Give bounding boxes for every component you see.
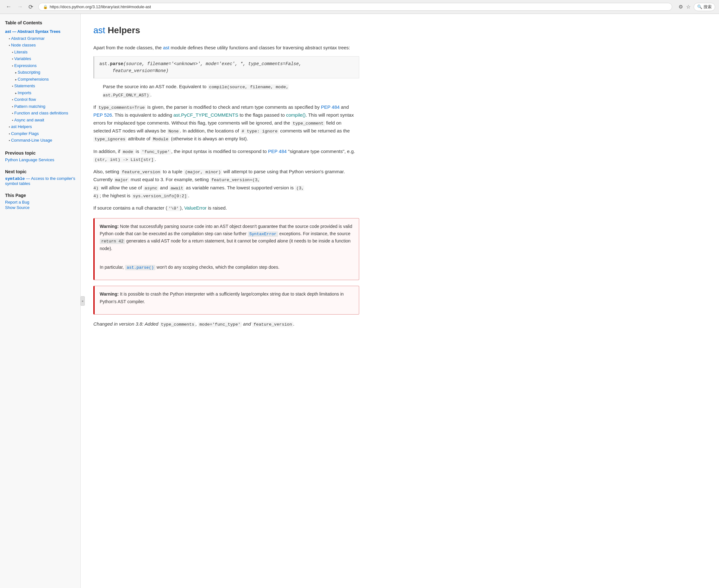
syntax-error-link[interactable]: SyntaxError bbox=[248, 231, 278, 236]
toc-item: Expressions bbox=[5, 63, 75, 69]
toc-list: ast — Abstract Syntax Trees Abstract Gra… bbox=[5, 28, 75, 144]
cn-type-comments: type_comments bbox=[160, 322, 196, 327]
type-ignore-code: # type: ignore bbox=[240, 129, 279, 134]
warning2-text: Warning: It is possible to crash the Pyt… bbox=[100, 291, 354, 305]
toc-item: Variables bbox=[5, 56, 75, 62]
toc-link-variables[interactable]: Variables bbox=[14, 56, 31, 61]
url-text: https://docs.python.org/3.12/library/ast… bbox=[50, 4, 151, 9]
toc-link-statements[interactable]: Statements bbox=[14, 83, 35, 88]
toc-link-literals[interactable]: Literals bbox=[14, 50, 27, 55]
tc-true-code: type_comments=True bbox=[98, 105, 146, 110]
title-ast: ast bbox=[93, 25, 105, 35]
prev-topic-section: Previous topic Python Language Services bbox=[5, 150, 75, 162]
compile-link[interactable]: compile() bbox=[286, 112, 306, 118]
page-container: Table of Contents ast — Abstract Syntax … bbox=[0, 14, 719, 588]
warning1-text2: In particular, ast.parse() won't do any … bbox=[100, 264, 354, 271]
sidebar: Table of Contents ast — Abstract Syntax … bbox=[0, 14, 81, 588]
func-type-para: In addition, if mode is 'func_type', the… bbox=[93, 148, 359, 164]
toc-item: Control flow bbox=[5, 97, 75, 103]
async-code: async bbox=[143, 186, 159, 191]
prev-topic-title: Previous topic bbox=[5, 150, 75, 155]
sidebar-collapse-button[interactable]: « bbox=[80, 296, 85, 306]
next-topic-link[interactable]: symtable — Access to the compiler's symb… bbox=[5, 176, 75, 186]
search-placeholder: 搜索 bbox=[703, 4, 712, 10]
toc-link-async-await[interactable]: Async and await bbox=[14, 118, 44, 122]
toc-link-compiler-flags[interactable]: Compiler Flags bbox=[11, 131, 39, 136]
toc-link-pattern-matching[interactable]: Pattern matching bbox=[14, 104, 45, 109]
next-topic-section: Next topic symtable — Access to the comp… bbox=[5, 169, 75, 186]
toc-title: Table of Contents bbox=[5, 20, 75, 25]
report-bug-link[interactable]: Report a Bug bbox=[5, 200, 75, 205]
pep484-link[interactable]: PEP 484 bbox=[321, 104, 340, 110]
module-code: Module bbox=[152, 136, 169, 142]
sig-example-code: (str, int) -> List[str] bbox=[93, 157, 155, 163]
warning1-text: Warning: Note that successfully parsing … bbox=[100, 223, 354, 252]
toc-link-ast-trees[interactable]: ast — Abstract Syntax Trees bbox=[5, 29, 60, 34]
toc-link-comprehensions[interactable]: Comprehensions bbox=[18, 77, 49, 82]
pep526-link[interactable]: PEP 526 bbox=[93, 112, 112, 118]
feature-version-code: feature_version bbox=[121, 169, 162, 175]
pep484-link2[interactable]: PEP 484 bbox=[268, 149, 287, 154]
major-minor-code: (major, minor) bbox=[183, 169, 222, 175]
sig-params: (source, filename='<unknown>', mode='exe… bbox=[99, 61, 302, 74]
cn-feature-version: feature_version bbox=[252, 322, 293, 327]
search-icon: 🔍 bbox=[697, 4, 702, 9]
toc-link-node-classes[interactable]: Node classes bbox=[11, 43, 36, 47]
toc-link-func-class[interactable]: Function and class definitions bbox=[14, 111, 68, 115]
sig-ast-prefix: ast. bbox=[99, 61, 110, 66]
back-button[interactable]: ← bbox=[4, 3, 13, 11]
warning-box-1: Warning: Note that successfully parsing … bbox=[93, 218, 359, 280]
ast-link-intro[interactable]: ast bbox=[163, 45, 169, 50]
title-rest: Helpers bbox=[105, 25, 140, 35]
toc-item: Command-Line Usage bbox=[5, 137, 75, 144]
mode-code: mode bbox=[121, 149, 134, 154]
warning-box-2: Warning: It is possible to crash the Pyt… bbox=[93, 286, 359, 314]
pycf-type-comments-link[interactable]: ast.PyCF_TYPE_COMMENTS bbox=[174, 112, 238, 118]
toc-link-expressions[interactable]: Expressions bbox=[14, 63, 37, 68]
main-content: ast Helpers Apart from the node classes,… bbox=[81, 14, 372, 588]
next-topic-title: Next topic bbox=[5, 169, 75, 174]
syntax-error-code: SyntaxError bbox=[248, 231, 278, 237]
feature-version-para: Also, setting feature_version to a tuple… bbox=[93, 168, 359, 200]
this-page-title: This Page bbox=[5, 193, 75, 198]
prev-topic-link[interactable]: Python Language Services bbox=[5, 158, 75, 162]
toc-link-control-flow[interactable]: Control flow bbox=[14, 97, 36, 102]
reload-button[interactable]: ⟳ bbox=[26, 3, 35, 11]
browser-actions: ⚙ ☆ 🔍 搜索 bbox=[679, 3, 715, 11]
toc-item: Imports bbox=[5, 90, 75, 96]
compile-code: compile(source, filename, mode,ast.PyCF_… bbox=[103, 84, 288, 98]
show-source-link[interactable]: Show Source bbox=[5, 205, 75, 210]
ast-parse-code: ast.parse() bbox=[125, 265, 155, 270]
ast-parse-link[interactable]: ast.parse() bbox=[125, 265, 155, 270]
warning1-label: Warning: bbox=[100, 224, 120, 229]
search-box[interactable]: 🔍 搜索 bbox=[694, 3, 715, 11]
toc-link-ast-helpers[interactable]: ast Helpers bbox=[11, 124, 32, 129]
toc-link-subscripting[interactable]: Subscripting bbox=[18, 70, 40, 75]
value-error-link[interactable]: ValueError bbox=[184, 205, 207, 211]
extensions-button[interactable]: ⚙ bbox=[679, 4, 683, 10]
toc-item: Pattern matching bbox=[5, 103, 75, 110]
forward-button[interactable]: → bbox=[15, 3, 25, 11]
changed-note: Changed in version 3.8: Added type_comme… bbox=[93, 320, 359, 328]
toc-item: ast — Abstract Syntax Trees bbox=[5, 28, 75, 35]
toc-link-abstract-grammar[interactable]: Abstract Grammar bbox=[11, 36, 45, 41]
next-topic-code: symtable bbox=[5, 176, 25, 181]
toc-item: Compiler Flags bbox=[5, 130, 75, 137]
toc-item: Literals bbox=[5, 49, 75, 55]
major-code: major bbox=[114, 177, 129, 183]
lock-icon: 🔒 bbox=[43, 5, 48, 9]
warning2-label: Warning: bbox=[100, 292, 120, 296]
toc-link-cmdline-usage[interactable]: Command-Line Usage bbox=[11, 138, 52, 143]
return42-code: return 42 bbox=[100, 239, 125, 244]
func-type-code: 'func_type' bbox=[140, 149, 171, 154]
toc-link-imports[interactable]: Imports bbox=[18, 90, 31, 95]
type-ignores-code: type_ignores bbox=[93, 136, 126, 142]
null-char-code: '\0' bbox=[167, 206, 180, 211]
toc-item: Statements bbox=[5, 83, 75, 89]
toc-item: Function and class definitions bbox=[5, 110, 75, 116]
low-ver-code: (3,4) bbox=[93, 186, 304, 199]
bookmark-button[interactable]: ☆ bbox=[686, 4, 691, 10]
page-title: ast Helpers bbox=[93, 23, 359, 38]
address-bar[interactable]: 🔒 https://docs.python.org/3.12/library/a… bbox=[38, 3, 672, 11]
toc-item: Subscripting bbox=[5, 69, 75, 76]
